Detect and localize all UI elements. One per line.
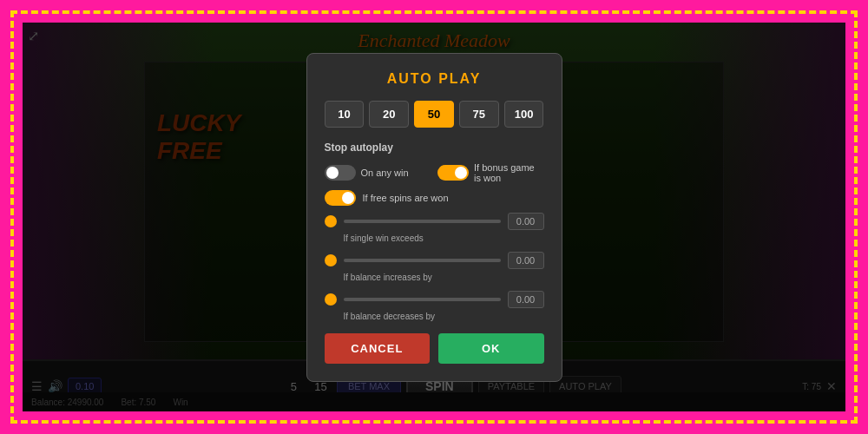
toggle-any-win-row: On any win bbox=[325, 165, 431, 181]
toggle-bonus-row: If bonus game is won bbox=[437, 162, 544, 183]
slider-single-win-section: 0.00 If single win exceeds bbox=[325, 213, 544, 243]
game-area: ⤢ Enchanted Meadow LUCKYFREE ☰ 🔊 0.10 5 … bbox=[23, 23, 845, 411]
slider-balance-increase-dot bbox=[325, 254, 337, 266]
two-toggle-row: On any win If bonus game is won bbox=[325, 162, 544, 183]
slider-balance-decrease-dot bbox=[325, 293, 337, 306]
toggle-bonus[interactable] bbox=[437, 165, 469, 181]
slider-balance-increase-track[interactable] bbox=[344, 259, 501, 262]
slider-balance-decrease-track[interactable] bbox=[344, 298, 501, 301]
slider-balance-decrease-row: 0.00 bbox=[325, 291, 544, 308]
slider-single-win-track[interactable] bbox=[344, 220, 501, 223]
toggle-any-win[interactable] bbox=[325, 165, 356, 181]
toggle-free-spins-label: If free spins are won bbox=[363, 193, 449, 203]
toggle-free-spins-row: If free spins are won bbox=[325, 190, 544, 206]
slider-balance-increase-row: 0.00 bbox=[325, 252, 544, 269]
spin-count-20[interactable]: 20 bbox=[369, 101, 409, 128]
stop-autoplay-label: Stop autoplay bbox=[325, 141, 544, 154]
slider-balance-increase-section: 0.00 If balance increases by bbox=[325, 252, 544, 282]
spin-count-50[interactable]: 50 bbox=[414, 101, 454, 128]
slider-single-win-dot bbox=[325, 215, 337, 227]
slider-balance-decrease-label: If balance decreases by bbox=[325, 312, 544, 321]
modal-buttons: CANCEL OK bbox=[325, 333, 544, 364]
slider-single-win-label: If single win exceeds bbox=[325, 233, 544, 243]
slider-balance-decrease-section: 0.00 If balance decreases by bbox=[325, 291, 544, 321]
cancel-button[interactable]: CANCEL bbox=[325, 333, 431, 364]
slider-balance-increase-label: If balance increases by bbox=[325, 273, 544, 282]
spin-count-100[interactable]: 100 bbox=[504, 101, 544, 128]
slider-balance-decrease-value: 0.00 bbox=[508, 291, 544, 308]
autoplay-modal: AUTO PLAY 10 20 50 75 100 Stop autoplay … bbox=[306, 53, 562, 382]
modal-title: AUTO PLAY bbox=[325, 71, 544, 87]
spin-count-75[interactable]: 75 bbox=[459, 101, 499, 128]
ok-button[interactable]: OK bbox=[438, 333, 544, 364]
toggle-free-spins[interactable] bbox=[325, 190, 356, 206]
spin-count-10[interactable]: 10 bbox=[325, 101, 365, 128]
outer-border: ⤢ Enchanted Meadow LUCKYFREE ☰ 🔊 0.10 5 … bbox=[0, 0, 868, 434]
toggle-any-win-label: On any win bbox=[361, 168, 409, 178]
slider-single-win-row: 0.00 bbox=[325, 213, 544, 230]
slider-balance-increase-value: 0.00 bbox=[508, 252, 544, 269]
toggle-bonus-label: If bonus game is won bbox=[474, 162, 544, 183]
spin-count-row: 10 20 50 75 100 bbox=[325, 101, 544, 128]
modal-overlay: AUTO PLAY 10 20 50 75 100 Stop autoplay … bbox=[23, 23, 845, 411]
slider-single-win-value: 0.00 bbox=[508, 213, 544, 230]
